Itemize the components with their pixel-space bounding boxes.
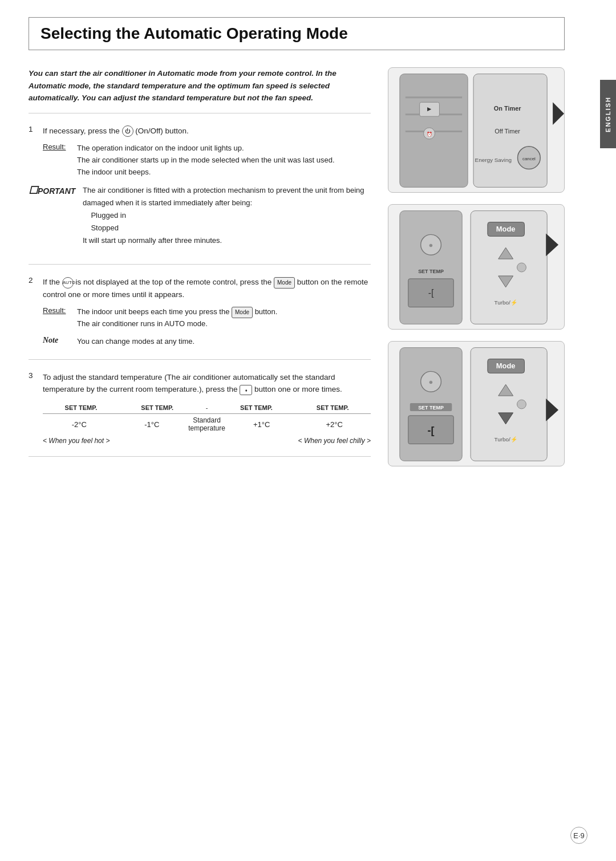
svg-marker-28 (546, 233, 558, 256)
note-text: You can change modes at any time. (77, 336, 194, 348)
temp-val-1: -2°C (43, 420, 116, 429)
title-box: Selecting the Automatic Operating Mode (29, 17, 565, 50)
svg-text:-[: -[ (428, 288, 434, 298)
result-text-1: The operation indicator on the indoor un… (77, 143, 335, 178)
onoff-icon: ⏻ (122, 125, 133, 137)
side-tab-label: ENGLISH (605, 96, 611, 132)
settemp-icon: ⬧ (240, 385, 252, 395)
step-2-row: 2 If the AUTO is not displayed at the to… (29, 276, 371, 300)
svg-text:Turbo/⚡: Turbo/⚡ (495, 436, 518, 443)
step-2-result: Result: The indoor unit beeps each time … (43, 306, 371, 330)
note-label: Note (43, 336, 71, 348)
side-tab: ENGLISH (600, 80, 616, 148)
remote-svg-2: ⊕ SET TEMP -[ Mode (388, 205, 564, 330)
svg-rect-1 (406, 96, 462, 98)
when-row: < When you feel hot > < When you feel ch… (43, 437, 371, 445)
svg-text:cancel: cancel (522, 156, 536, 161)
svg-point-26 (517, 263, 526, 272)
svg-text:⊕: ⊕ (429, 380, 433, 385)
intro-paragraph: You can start the air conditioner in Aut… (29, 67, 371, 113)
remote-image-3: ⊕ SET TEMP -[ Mode (388, 341, 565, 466)
svg-text:⏰: ⏰ (427, 131, 432, 137)
svg-text:SET TEMP: SET TEMP (418, 269, 444, 274)
result-label-2: Result: (43, 306, 71, 330)
temp-table: SET TEMP. SET TEMP. - SET TEMP. SET TEMP… (43, 404, 371, 445)
auto-icon: AUTO (62, 277, 74, 289)
svg-text:SET TEMP: SET TEMP (418, 405, 444, 411)
two-column-layout: You can start the air conditioner in Aut… (29, 67, 565, 468)
result-text-2: The indoor unit beeps each time you pres… (77, 306, 277, 330)
temp-val-3: +1°C (225, 420, 298, 429)
main-content: Selecting the Automatic Operating Mode Y… (29, 0, 587, 468)
remote-svg-3: ⊕ SET TEMP -[ Mode (388, 342, 564, 466)
svg-text:Mode: Mode (496, 225, 516, 233)
svg-text:Turbo/⚡: Turbo/⚡ (495, 299, 518, 306)
important-text: The air conditioner is fitted with a pro… (83, 184, 371, 247)
temp-header-3: SET TEMP. (218, 404, 295, 411)
when-chilly: < When you feel chilly > (298, 437, 371, 445)
right-column: ► ⏰ On Timer Off Timer Energy Saving (388, 67, 565, 468)
svg-text:On Timer: On Timer (494, 105, 521, 112)
mode-btn-result: Mode (232, 307, 253, 318)
step-2-section: 2 If the AUTO is not displayed at the to… (29, 276, 371, 360)
svg-text:Mode: Mode (496, 362, 516, 370)
important-box: ☐PORTANT The air conditioner is fitted w… (29, 184, 371, 247)
step-3-number: 3 (29, 371, 37, 396)
page-number: E·9 (570, 827, 587, 844)
left-column: You can start the air conditioner in Aut… (29, 67, 371, 468)
step-3-section: 3 To adjust the standard temperature (Th… (29, 371, 371, 457)
svg-text:Energy Saving: Energy Saving (475, 157, 512, 163)
note-row: Note You can change modes at any time. (43, 336, 371, 348)
important-label: ☐PORTANT (29, 184, 77, 247)
page-container: ENGLISH Selecting the Automatic Operatin… (0, 0, 616, 861)
step-2-number: 2 (29, 276, 37, 300)
temp-val-std: Standard temperature (188, 416, 225, 432)
temp-header-sep: - (196, 404, 218, 411)
svg-text:►: ► (426, 105, 433, 113)
temp-header-4: SET TEMP. (294, 404, 371, 411)
svg-marker-43 (546, 399, 558, 421)
step-1-row: 1 If necessary, press the ⏻ (On/Off) but… (29, 125, 371, 137)
remote-image-2: ⊕ SET TEMP -[ Mode (388, 204, 565, 330)
step-1-content: If necessary, press the ⏻ (On/Off) butto… (43, 125, 371, 137)
step-1-number: 1 (29, 125, 37, 137)
step-2-content: If the AUTO is not displayed at the top … (43, 276, 371, 300)
svg-marker-14 (553, 102, 564, 125)
important-text-label: PORTANT (38, 186, 75, 196)
remote-image-1: ► ⏰ On Timer Off Timer Energy Saving (388, 67, 565, 193)
step-3-content: To adjust the standard temperature (The … (43, 371, 371, 396)
svg-point-41 (517, 400, 526, 409)
svg-text:Off Timer: Off Timer (495, 128, 520, 135)
page-title: Selecting the Automatic Operating Mode (40, 25, 553, 43)
step-1-section: 1 If necessary, press the ⏻ (On/Off) but… (29, 125, 371, 265)
svg-text:⊕: ⊕ (429, 243, 433, 248)
temp-val-2: -1°C (116, 420, 189, 429)
result-label-1: Result: (43, 143, 71, 178)
when-hot: < When you feel hot > (43, 437, 110, 445)
temp-header-2: SET TEMP. (119, 404, 196, 411)
remote-svg-1: ► ⏰ On Timer Off Timer Energy Saving (388, 68, 564, 193)
step-3-row: 3 To adjust the standard temperature (Th… (29, 371, 371, 396)
step-1-result: Result: The operation indicator on the i… (43, 143, 371, 178)
temp-header-1: SET TEMP. (43, 404, 119, 411)
svg-text:-[: -[ (428, 425, 435, 436)
mode-btn-inline: Mode (274, 277, 295, 289)
temp-val-4: +2°C (298, 420, 371, 429)
